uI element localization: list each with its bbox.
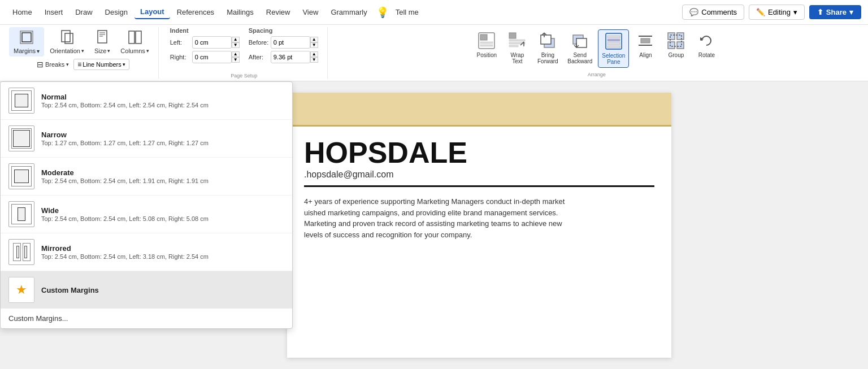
margin-moderate-item[interactable]: Moderate Top: 2.54 cm, Bottom: 2.54 cm, … [1, 158, 292, 196]
menu-mailings[interactable]: Mailings [221, 6, 259, 19]
editing-button[interactable]: ✏️ Editing ▾ [749, 5, 805, 20]
indent-right-up[interactable]: ▲ [232, 51, 240, 57]
svg-rect-8 [129, 31, 134, 44]
narrow-label: Narrow [41, 131, 284, 139]
spacing-before-input[interactable]: 0 pt [271, 36, 310, 49]
custom-margins-item[interactable]: ★ Custom Margins [1, 271, 292, 309]
svg-rect-1 [22, 33, 31, 42]
normal-desc: Top: 2.54 cm, Bottom: 2.54 cm, Left: 2.5… [41, 102, 284, 108]
spacing-before-down[interactable]: ▼ [310, 42, 318, 48]
indent-spacing-group: Indent Left: 0 cm ▲ ▼ Right: [161, 27, 328, 79]
narrow-desc: Top: 1.27 cm, Bottom: 1.27 cm, Left: 1.2… [41, 140, 284, 146]
rotate-button[interactable]: Rotate [692, 29, 721, 60]
svg-rect-36 [668, 33, 675, 40]
selection-pane-label: SelectionPane [602, 53, 625, 65]
svg-rect-12 [480, 42, 493, 44]
pencil-icon: ✏️ [756, 8, 765, 16]
margin-normal-item[interactable]: Normal Top: 2.54 cm, Bottom: 2.54 cm, Le… [1, 82, 292, 120]
custom-margins-text: Custom Margins [41, 286, 284, 294]
custom-margins-name: Custom Margins [41, 286, 284, 294]
indent-right-label: Right: [170, 54, 190, 60]
menu-references[interactable]: References [171, 6, 220, 19]
menu-layout[interactable]: Layout [134, 5, 170, 19]
send-backward-label: SendBackward [567, 52, 592, 64]
orientation-label: Orientation [50, 47, 80, 54]
wrap-text-button[interactable]: WrapText [503, 29, 531, 67]
normal-label: Normal [41, 93, 284, 101]
bring-forward-button[interactable]: BringForward [533, 29, 562, 67]
indent-left-input[interactable]: 0 cm [192, 36, 232, 49]
margin-mirrored-item[interactable]: Mirrored Top: 2.54 cm, Bottom: 2.54 cm, … [1, 233, 292, 271]
wide-text: Wide Top: 2.54 cm, Bottom: 2.54 cm, Left… [41, 206, 284, 222]
spacing-before-spinner[interactable]: ▲ ▼ [310, 37, 318, 48]
indent-left-up[interactable]: ▲ [232, 37, 240, 42]
menu-grammarly[interactable]: Grammarly [325, 6, 372, 19]
indent-right-input[interactable]: 0 cm [192, 51, 232, 63]
margin-narrow-item[interactable]: Narrow Top: 1.27 cm, Bottom: 1.27 cm, Le… [1, 120, 292, 158]
breaks-icon: ⊟ [37, 60, 44, 69]
spacing-before-label: Before: [249, 39, 268, 46]
group-button[interactable]: Group [662, 29, 690, 60]
menu-insert[interactable]: Insert [39, 6, 69, 19]
spacing-after-up[interactable]: ▲ [310, 51, 318, 57]
margins-icon [19, 29, 34, 46]
spacing-before-up[interactable]: ▲ [310, 37, 318, 42]
wrap-text-label: WrapText [510, 52, 524, 64]
menu-home[interactable]: Home [7, 6, 38, 19]
spacing-after-spinner[interactable]: ▲ ▼ [310, 51, 318, 63]
share-icon: ⬆ [817, 8, 823, 16]
doc-divider [304, 185, 654, 187]
indent-left-down[interactable]: ▼ [232, 42, 240, 48]
line-numbers-icon: ≡ [77, 60, 81, 68]
send-backward-icon [571, 32, 589, 51]
group-icon [667, 32, 685, 51]
wide-desc: Top: 2.54 cm, Bottom: 2.54 cm, Left: 5.0… [41, 215, 284, 222]
indent-right-spinner[interactable]: ▲ ▼ [232, 51, 240, 63]
doc-name: HOPSDALE [304, 138, 654, 167]
breaks-button[interactable]: ⊟ Breaks ▾ [33, 59, 72, 70]
columns-label: Columns [120, 47, 145, 54]
align-button[interactable]: Align [631, 29, 659, 60]
mirrored-desc: Top: 2.54 cm, Bottom: 2.54 cm, Left: 3.1… [41, 253, 284, 260]
menu-review[interactable]: Review [261, 6, 296, 19]
narrow-preview [8, 125, 34, 151]
margins-button[interactable]: Margins ▾ [9, 27, 44, 57]
custom-margins-link[interactable]: Custom Margins... [1, 309, 292, 328]
bring-forward-label: BringForward [537, 52, 558, 64]
menu-design[interactable]: Design [99, 6, 133, 19]
moderate-label: Moderate [41, 168, 284, 177]
spacing-after-down[interactable]: ▼ [310, 57, 318, 63]
position-button[interactable]: Position [472, 29, 501, 60]
spacing-after-row: After: 9.36 pt ▲ ▼ [249, 51, 318, 63]
spacing-after-input[interactable]: 9.36 pt [271, 51, 310, 63]
arrange-buttons: Position WrapText [472, 27, 721, 70]
indent-left-label: Left: [170, 39, 190, 46]
orientation-chevron: ▾ [81, 48, 84, 54]
line-numbers-button[interactable]: ≡ Line Numbers ▾ [73, 59, 129, 70]
menu-view[interactable]: View [297, 6, 324, 19]
svg-rect-39 [677, 42, 684, 49]
indent-left-spinner[interactable]: ▲ ▼ [232, 37, 240, 48]
wide-label: Wide [41, 206, 284, 215]
columns-button[interactable]: Columns ▾ [116, 27, 153, 57]
menu-draw[interactable]: Draw [70, 6, 98, 19]
spacing-col: Spacing Before: 0 pt ▲ ▼ After: [249, 27, 318, 63]
svg-rect-29 [607, 36, 620, 38]
comments-button[interactable]: 💬 Comments [682, 5, 744, 20]
share-button[interactable]: ⬆ Share ▾ [809, 5, 861, 19]
selection-pane-button[interactable]: SelectionPane [598, 29, 629, 68]
wide-preview [8, 201, 34, 227]
custom-margins-link-label: Custom Margins... [8, 314, 68, 323]
orientation-button[interactable]: Orientation ▾ [45, 27, 89, 57]
tell-me[interactable]: Tell me [390, 6, 424, 19]
moderate-preview [8, 163, 34, 189]
svg-rect-2 [62, 31, 70, 42]
indent-right-down[interactable]: ▼ [232, 57, 240, 63]
size-button[interactable]: Size ▾ [90, 27, 115, 57]
mirrored-preview [8, 239, 34, 265]
svg-rect-37 [677, 33, 684, 40]
send-backward-button[interactable]: SendBackward [564, 29, 596, 67]
margin-wide-item[interactable]: Wide Top: 2.54 cm, Bottom: 2.54 cm, Left… [1, 196, 292, 233]
arrange-group-label: Arrange [588, 72, 606, 79]
position-label: Position [477, 52, 497, 58]
